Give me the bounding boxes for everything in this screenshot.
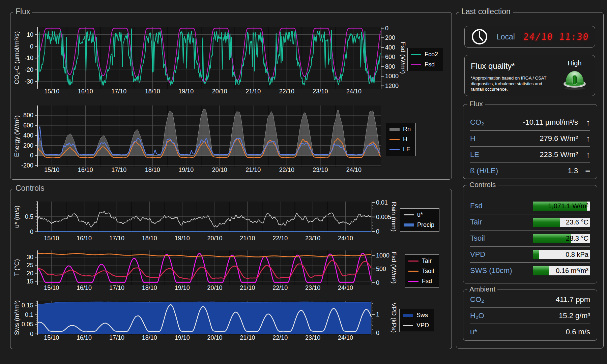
legend-item-rn[interactable]: Rn — [389, 126, 411, 133]
svg-text:200: 200 — [385, 34, 395, 41]
legend-label: Tsoil — [422, 268, 434, 275]
svg-text:19/10: 19/10 — [175, 284, 190, 291]
charts-canvas: 100-10-20-30CO₂-C (µmol/m²/s)02004006008… — [0, 0, 607, 364]
svg-text:22/10: 22/10 — [272, 235, 288, 242]
svg-text:0: 0 — [30, 229, 33, 235]
svg-text:0: 0 — [376, 228, 379, 235]
svg-text:Fsd (W/m²): Fsd (W/m²) — [391, 252, 398, 284]
legend-item-fsd[interactable]: Fsd — [408, 278, 434, 285]
svg-text:19/10: 19/10 — [178, 88, 194, 95]
svg-text:24/10: 24/10 — [346, 88, 362, 95]
svg-text:1000: 1000 — [385, 73, 399, 80]
svg-text:19/10: 19/10 — [175, 235, 190, 242]
svg-text:16/10: 16/10 — [78, 88, 93, 95]
legend-label: u* — [417, 211, 423, 218]
svg-text:0: 0 — [30, 152, 33, 159]
svg-text:0.05: 0.05 — [22, 321, 33, 328]
legend-swatch-icon — [404, 223, 414, 226]
legend-controls-ustar-rain: u*Precip — [400, 208, 439, 232]
svg-text:17/10: 17/10 — [109, 235, 124, 242]
svg-text:17/10: 17/10 — [111, 166, 126, 173]
svg-text:400: 400 — [385, 44, 395, 51]
svg-text:16/10: 16/10 — [77, 284, 92, 291]
legend-item-h[interactable]: H — [389, 136, 411, 143]
legend-swatch-icon — [403, 314, 413, 317]
svg-text:23/10: 23/10 — [313, 88, 328, 95]
legend-item-u[interactable]: u* — [404, 211, 434, 218]
svg-text:1000: 1000 — [376, 252, 389, 259]
svg-text:0.01: 0.01 — [376, 199, 388, 206]
legend-item-vpd[interactable]: VPD — [403, 322, 429, 329]
svg-text:0: 0 — [385, 25, 388, 32]
svg-text:0.005: 0.005 — [376, 214, 391, 220]
svg-text:23/10: 23/10 — [305, 284, 320, 291]
svg-text:24/10: 24/10 — [338, 284, 353, 291]
svg-text:1: 1 — [376, 311, 379, 318]
svg-text:18/10: 18/10 — [145, 166, 160, 173]
legend-label: LE — [403, 146, 410, 153]
svg-text:16/10: 16/10 — [77, 334, 92, 341]
legend-label: H — [403, 136, 407, 143]
legend-flux-co2-fsd: Fco2Fsd — [407, 48, 443, 71]
svg-text:16/10: 16/10 — [78, 166, 93, 173]
chart-controls-ustar-rain: 00.5u* (m/s)00.0050.01Rain (mm)15/1016/1… — [13, 199, 398, 242]
legend-swatch-icon — [408, 281, 418, 282]
svg-text:CO₂-C (µmol/m²/s): CO₂-C (µmol/m²/s) — [13, 31, 20, 85]
svg-text:20/10: 20/10 — [212, 166, 227, 173]
legend-swatch-icon — [411, 54, 421, 55]
legend-item-tsoil[interactable]: Tsoil — [408, 268, 434, 275]
legend-item-fsd[interactable]: Fsd — [411, 61, 438, 68]
legend-item-sws[interactable]: Sws — [403, 312, 429, 319]
svg-text:15: 15 — [27, 278, 33, 285]
svg-text:-30: -30 — [25, 78, 33, 85]
svg-text:Sws (m³/m³): Sws (m³/m³) — [13, 300, 20, 335]
legend-label: Fsd — [425, 61, 435, 68]
svg-text:17/10: 17/10 — [109, 334, 124, 341]
legend-item-precip[interactable]: Precip — [404, 221, 434, 229]
flux-dashboard: { "flux_panel": { "title": "Flux" }, "co… — [0, 0, 607, 364]
svg-text:T (°C): T (°C) — [13, 259, 20, 276]
svg-text:24/10: 24/10 — [346, 166, 362, 173]
chart-flux-energy: -2000200400600800Energy (W/m²)15/1016/10… — [13, 105, 381, 173]
svg-text:0: 0 — [30, 331, 33, 337]
svg-text:VPD (kPa): VPD (kPa) — [391, 303, 398, 333]
legend-item-fco2[interactable]: Fco2 — [411, 51, 438, 58]
legend-controls-temp-fsd: TairTsoilFsd — [405, 254, 439, 288]
svg-text:u* (m/s): u* (m/s) — [13, 206, 20, 228]
svg-text:15/10: 15/10 — [44, 88, 59, 95]
svg-text:Fsd (W/m²): Fsd (W/m²) — [400, 42, 407, 74]
svg-text:0: 0 — [30, 43, 33, 50]
svg-text:0.5: 0.5 — [25, 213, 33, 220]
legend-swatch-icon — [404, 214, 414, 215]
legend-flux-energy: RnHLE — [386, 123, 416, 156]
svg-text:10: 10 — [27, 31, 33, 38]
svg-text:21/10: 21/10 — [245, 88, 261, 95]
svg-text:0: 0 — [376, 279, 379, 286]
legend-swatch-icon — [389, 149, 400, 150]
legend-label: Fsd — [422, 278, 432, 285]
legend-swatch-icon — [411, 64, 421, 65]
svg-text:18/10: 18/10 — [142, 235, 157, 242]
legend-swatch-icon — [403, 325, 413, 326]
svg-text:15/10: 15/10 — [44, 284, 59, 291]
svg-text:23/10: 23/10 — [305, 235, 320, 242]
svg-text:25: 25 — [27, 262, 33, 269]
svg-text:0.15: 0.15 — [22, 302, 33, 309]
legend-item-tair[interactable]: Tair — [408, 257, 434, 265]
svg-text:-200: -200 — [21, 162, 33, 169]
legend-item-le[interactable]: LE — [389, 146, 411, 153]
chart-controls-sws-vpd: 00.050.10.15Sws (m³/m³)01VPD (kPa)15/101… — [13, 300, 398, 341]
svg-text:200: 200 — [23, 142, 33, 149]
svg-text:19/10: 19/10 — [178, 166, 194, 173]
svg-text:600: 600 — [23, 122, 33, 129]
svg-text:15/10: 15/10 — [44, 235, 59, 242]
legend-label: Fco2 — [425, 51, 438, 58]
svg-text:18/10: 18/10 — [145, 88, 160, 95]
svg-text:20/10: 20/10 — [207, 334, 223, 341]
svg-text:22/10: 22/10 — [272, 334, 288, 341]
legend-swatch-icon — [408, 271, 418, 272]
legend-label: Rn — [403, 126, 411, 133]
svg-text:600: 600 — [385, 54, 395, 60]
svg-text:21/10: 21/10 — [240, 284, 255, 291]
chart-flux-co2-fsd: 100-10-20-30CO₂-C (µmol/m²/s)02004006008… — [13, 25, 407, 95]
